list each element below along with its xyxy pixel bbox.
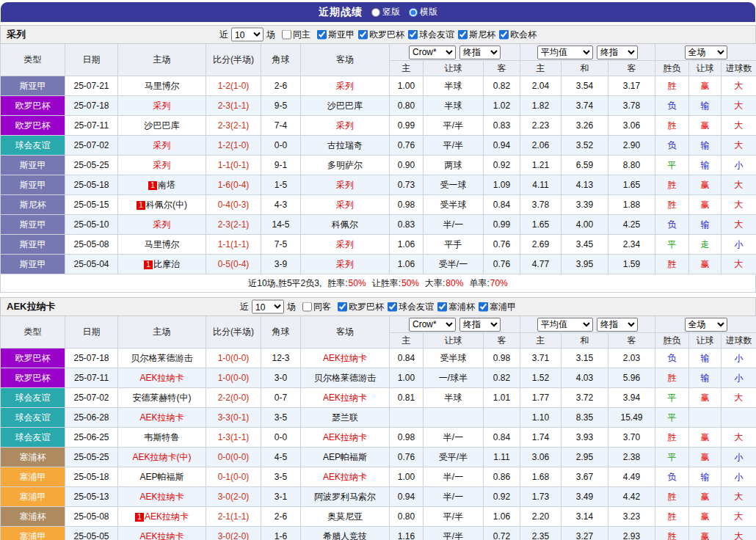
vertical-layout-radio[interactable] [371, 8, 380, 17]
score-cell[interactable]: 3-0(2-0) [206, 527, 261, 540]
league-filter[interactable]: 欧罗巴杯 [358, 28, 404, 40]
score-cell[interactable]: 2-3(2-1) [206, 215, 261, 235]
away-team-name[interactable]: 多明萨尔 [327, 160, 363, 170]
league-filter-checkbox[interactable] [317, 29, 327, 39]
score-cell[interactable]: 1-1(1-1) [206, 235, 261, 255]
average-select[interactable]: 平均值 [537, 45, 593, 59]
away-team-name[interactable]: AEK拉纳卡 [323, 353, 367, 363]
away-team-name[interactable]: 采列 [336, 259, 354, 269]
home-team-name[interactable]: 采列 [153, 160, 171, 170]
league-filter-checkbox[interactable] [338, 302, 347, 311]
home-team-name[interactable]: AEP帕福斯 [139, 472, 183, 482]
home-team-name[interactable]: 安德莱赫特(中) [133, 393, 192, 403]
league-filter[interactable]: 球会友谊 [388, 300, 434, 313]
layout-vertical-option[interactable]: 竖版 [371, 6, 400, 18]
score-cell[interactable]: 3-0(2-0) [206, 487, 261, 507]
home-team-name[interactable]: 韦斯特鲁 [145, 432, 180, 442]
score-cell[interactable]: 2-1(1-1) [206, 507, 261, 527]
away-team-name[interactable]: 奥莫尼亚 [327, 511, 363, 522]
score-cell[interactable]: 0-5(0-4) [206, 255, 261, 274]
home-team-name[interactable]: AEK拉纳卡 [145, 511, 189, 522]
away-team-name[interactable]: 采列 [336, 200, 354, 210]
score-cell[interactable]: 1-2(1-0) [206, 136, 261, 156]
horizontal-layout-radio[interactable] [409, 8, 418, 17]
league-filter-checkbox[interactable] [437, 302, 447, 311]
average-select[interactable]: 平均值 [537, 318, 593, 332]
average-time-select[interactable]: 终指 [597, 318, 638, 332]
home-team-name[interactable]: AEK拉纳卡 [139, 492, 183, 502]
away-team-name[interactable]: 贝尔格莱德游击 [314, 373, 376, 383]
league-filter-checkbox[interactable] [408, 29, 418, 39]
away-team-name[interactable]: 希腊人竞技 [323, 531, 367, 540]
same-venue-checkbox[interactable] [302, 302, 312, 312]
home-team-name[interactable]: 比摩治 [153, 259, 180, 269]
home-team-name[interactable]: 南塔 [158, 180, 175, 190]
score-cell[interactable]: 1-6(0-4) [206, 175, 261, 195]
home-team-name[interactable]: 采列 [153, 140, 171, 150]
odds-time-select[interactable]: 终指 [459, 318, 501, 332]
home-team-name[interactable]: AEK拉纳卡 [139, 373, 183, 383]
league-filter-checkbox[interactable] [388, 302, 397, 311]
average-time-select[interactable]: 终指 [597, 45, 638, 59]
league-filter-checkbox[interactable] [358, 29, 368, 39]
home-team-name[interactable]: AEK拉纳卡 [139, 412, 183, 423]
league-filter[interactable]: 欧罗巴杯 [338, 300, 384, 313]
score-cell[interactable]: 1-0(0-0) [206, 368, 261, 388]
away-team-name[interactable]: 采列 [336, 120, 354, 131]
games-label: 场 [287, 301, 296, 313]
league-filter[interactable]: 斯尼杯 [458, 28, 495, 40]
same-venue-checkbox[interactable] [282, 30, 291, 40]
score-cell[interactable]: 0-1(0-0) [206, 467, 261, 487]
bookmaker-select[interactable]: Crow* [409, 45, 456, 59]
layout-horizontal-option[interactable]: 横版 [409, 6, 437, 18]
home-team-name[interactable]: 贝尔格莱德游击 [131, 353, 193, 363]
home-team-name[interactable]: 采列 [153, 219, 171, 230]
home-team-name[interactable]: AEK拉纳卡 [139, 531, 183, 540]
away-team-name[interactable]: AEK拉纳卡 [323, 393, 367, 403]
score-cell[interactable]: 0-4(0-3) [206, 195, 261, 215]
recent-count-select[interactable]: 10 [231, 28, 263, 42]
league-type-cell: 球会友谊 [1, 408, 65, 428]
same-venue-filter[interactable]: 同客 [302, 301, 331, 313]
away-team-name[interactable]: 科佩尔 [332, 219, 358, 230]
score-cell[interactable]: 1-1(0-1) [206, 156, 261, 175]
league-filter-checkbox[interactable] [479, 302, 488, 311]
away-team-name[interactable]: 采列 [336, 180, 354, 190]
league-filter[interactable]: 塞浦甲 [479, 300, 516, 313]
away-team-name[interactable]: 采列 [336, 239, 354, 249]
score-cell[interactable]: 1-3(1-1) [206, 428, 261, 448]
league-filter[interactable]: 塞浦杯 [437, 300, 475, 313]
away-team-name[interactable]: AEK拉纳卡 [323, 472, 367, 482]
score-cell[interactable]: 2-3(1-1) [206, 96, 261, 116]
scope-select[interactable]: 全场 [685, 45, 727, 59]
score-cell[interactable]: 1-0(0-0) [206, 349, 261, 368]
home-team-name[interactable]: AEK拉纳卡(中) [132, 452, 191, 462]
home-team-name[interactable]: 马里博尔 [145, 81, 180, 91]
odds-time-select[interactable]: 终指 [459, 45, 501, 59]
recent-count-select[interactable]: 10 [252, 300, 284, 314]
same-venue-filter[interactable]: 同主 [282, 29, 310, 41]
away-team-name[interactable]: 阿波罗利马索尔 [314, 492, 376, 502]
scope-select[interactable]: 全场 [685, 318, 727, 332]
away-team-name[interactable]: 古拉瑞奇 [327, 140, 363, 150]
score-cell[interactable]: 1-2(1-0) [206, 76, 261, 96]
away-team-name[interactable]: 瑟兰联 [332, 412, 358, 423]
league-filter-checkbox[interactable] [458, 29, 468, 39]
league-filter[interactable]: 斯亚甲 [317, 28, 355, 40]
score-cell[interactable]: 3-3(0-1) [206, 408, 261, 428]
away-team-name[interactable]: AEP帕福斯 [323, 452, 367, 462]
home-team-name[interactable]: 采列 [153, 101, 171, 111]
score-cell[interactable]: 2-3(2-1) [206, 116, 261, 136]
score-cell[interactable]: 2-2(0-0) [206, 388, 261, 408]
score-cell[interactable]: 0-0(0-0) [206, 448, 261, 467]
league-filter-checkbox[interactable] [499, 29, 509, 39]
home-team-name[interactable]: 沙巴巴库 [145, 120, 180, 131]
bookmaker-select[interactable]: Crow* [409, 318, 456, 332]
home-team-name[interactable]: 马里博尔 [145, 239, 180, 249]
away-team-name[interactable]: 沙巴巴库 [327, 101, 363, 111]
away-team-name[interactable]: 采列 [336, 81, 354, 91]
away-team-name[interactable]: AEK拉纳卡 [323, 432, 367, 442]
league-filter[interactable]: 欧会杯 [499, 28, 537, 40]
league-filter[interactable]: 球会友谊 [408, 28, 454, 40]
home-team-name[interactable]: 科佩尔(中) [146, 200, 187, 210]
